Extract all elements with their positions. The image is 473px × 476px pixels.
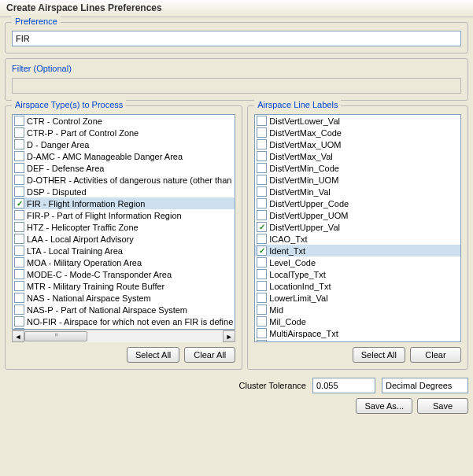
- types-clear-all-button[interactable]: Clear All: [184, 347, 235, 363]
- checkbox[interactable]: [257, 116, 267, 126]
- list-item-label: MOA - Military Operation Area: [27, 258, 142, 268]
- list-item[interactable]: DistVertUpper_Val: [255, 221, 460, 233]
- list-item[interactable]: LocationInd_Txt: [255, 280, 460, 292]
- list-item[interactable]: NAS-P - Part of National Airspace System: [13, 304, 235, 315]
- list-item-label: NAS-P - Part of National Airspace System: [27, 305, 187, 315]
- types-listbox[interactable]: CTR - Control ZoneCTR-P - Part of Contro…: [12, 114, 235, 330]
- checkbox[interactable]: [257, 245, 267, 256]
- scroll-right-arrow[interactable]: ►: [223, 330, 235, 342]
- list-item[interactable]: Mil_Code: [255, 315, 460, 327]
- list-item[interactable]: MultiAirspace_Txt: [255, 327, 460, 339]
- list-item[interactable]: Ident_Txt: [255, 245, 460, 256]
- checkbox[interactable]: [14, 328, 24, 330]
- checkbox[interactable]: [14, 198, 24, 208]
- types-hscrollbar[interactable]: ◄ ►: [12, 330, 235, 342]
- cluster-tolerance-input[interactable]: [312, 378, 375, 393]
- list-item[interactable]: DistVertMin_Val: [255, 186, 460, 197]
- list-item[interactable]: D-OTHER - Activities of dangerous nature…: [13, 174, 235, 186]
- types-select-all-button[interactable]: Select All: [127, 347, 179, 363]
- checkbox[interactable]: [257, 328, 267, 338]
- list-item[interactable]: NSA - National Security Area: [13, 327, 235, 330]
- checkbox[interactable]: [257, 269, 267, 279]
- list-item-label: Mid: [269, 305, 283, 315]
- scroll-thumb[interactable]: [24, 331, 87, 341]
- list-item[interactable]: DEF - Defense Area: [13, 162, 235, 174]
- checkbox[interactable]: [14, 163, 24, 173]
- list-item[interactable]: DistVertMin_Code: [255, 162, 460, 174]
- checkbox[interactable]: [257, 293, 267, 303]
- list-item[interactable]: CTR-P - Part of Control Zone: [13, 127, 235, 138]
- filter-input[interactable]: [12, 78, 461, 94]
- list-item[interactable]: NO-FIR - Airspace for which not even an …: [13, 315, 235, 327]
- checkbox[interactable]: [14, 139, 24, 149]
- list-item[interactable]: DistVertMax_Val: [255, 150, 460, 162]
- checkbox[interactable]: [14, 245, 24, 256]
- list-item[interactable]: NAS - National Airspace System: [13, 292, 235, 304]
- list-item[interactable]: LTA - Local Training Area: [13, 245, 235, 256]
- list-item[interactable]: DSP - Disputed: [13, 186, 235, 197]
- checkbox[interactable]: [14, 304, 24, 315]
- filter-group: Filter (Optional): [5, 58, 468, 101]
- checkbox[interactable]: [257, 139, 267, 149]
- preference-input[interactable]: [12, 31, 461, 46]
- checkbox[interactable]: [257, 127, 267, 138]
- list-item[interactable]: DistVertMax_Code: [255, 127, 460, 138]
- list-item[interactable]: DistVertMax_UOM: [255, 138, 460, 150]
- checkbox[interactable]: [257, 234, 267, 244]
- list-item[interactable]: D - Danger Area: [13, 138, 235, 150]
- checkbox[interactable]: [14, 127, 24, 138]
- checkbox[interactable]: [257, 222, 267, 232]
- save-as-button[interactable]: Save As...: [356, 398, 412, 414]
- checkbox[interactable]: [14, 269, 24, 279]
- list-item[interactable]: FIR-P - Part of Flight Information Regio…: [13, 209, 235, 221]
- list-item[interactable]: DistVertUpper_UOM: [255, 209, 460, 221]
- checkbox[interactable]: [257, 304, 267, 315]
- list-item[interactable]: LowerLimit_Val: [255, 292, 460, 304]
- checkbox[interactable]: [14, 186, 24, 197]
- checkbox[interactable]: [14, 116, 24, 126]
- list-item[interactable]: Level_Code: [255, 256, 460, 268]
- list-item[interactable]: MOA - Military Operation Area: [13, 256, 235, 268]
- checkbox[interactable]: [14, 175, 24, 185]
- checkbox[interactable]: [14, 234, 24, 244]
- list-item-label: DistVertMax_Val: [269, 152, 333, 161]
- list-item[interactable]: Mid: [255, 304, 460, 315]
- checkbox[interactable]: [257, 281, 267, 291]
- checkbox[interactable]: [14, 151, 24, 161]
- list-item[interactable]: FIR - Flight Information Region: [13, 197, 235, 209]
- cluster-tolerance-unit[interactable]: [382, 378, 468, 393]
- list-item-label: LowerLimit_Val: [269, 293, 327, 303]
- list-item[interactable]: MODE-C - Mode-C Transponder Area: [13, 268, 235, 280]
- checkbox[interactable]: [257, 186, 267, 197]
- list-item[interactable]: DistVertUpper_Code: [255, 197, 460, 209]
- checkbox[interactable]: [14, 222, 24, 232]
- labels-listbox[interactable]: DistVertLower_ValDistVertMax_CodeDistVer…: [254, 114, 461, 342]
- scroll-left-arrow[interactable]: ◄: [12, 330, 24, 342]
- list-item[interactable]: HTZ - Helicopter Traffic Zone: [13, 221, 235, 233]
- list-item[interactable]: DistVertLower_Val: [255, 115, 460, 127]
- checkbox[interactable]: [14, 257, 24, 268]
- checkbox[interactable]: [257, 340, 267, 342]
- list-item[interactable]: ICAO_Txt: [255, 233, 460, 245]
- checkbox[interactable]: [257, 257, 267, 268]
- list-item[interactable]: LocalType_Txt: [255, 268, 460, 280]
- checkbox[interactable]: [257, 175, 267, 185]
- list-item[interactable]: CTR - Control Zone: [13, 115, 235, 127]
- list-item[interactable]: LAA - Local Airport Advisory: [13, 233, 235, 245]
- save-button[interactable]: Save: [417, 398, 468, 414]
- list-item[interactable]: DistVertMin_UOM: [255, 174, 460, 186]
- checkbox[interactable]: [257, 163, 267, 173]
- list-item[interactable]: Name_Txt: [255, 339, 460, 342]
- list-item[interactable]: D-AMC - AMC Manageable Danger Area: [13, 150, 235, 162]
- checkbox[interactable]: [257, 198, 267, 208]
- checkbox[interactable]: [14, 316, 24, 327]
- checkbox[interactable]: [257, 210, 267, 220]
- checkbox[interactable]: [257, 316, 267, 327]
- labels-clear-button[interactable]: Clear: [410, 347, 461, 363]
- checkbox[interactable]: [14, 210, 24, 220]
- checkbox[interactable]: [14, 281, 24, 291]
- checkbox[interactable]: [257, 151, 267, 161]
- list-item[interactable]: MTR - Military Training Route Buffer: [13, 280, 235, 292]
- labels-select-all-button[interactable]: Select All: [353, 347, 405, 363]
- checkbox[interactable]: [14, 293, 24, 303]
